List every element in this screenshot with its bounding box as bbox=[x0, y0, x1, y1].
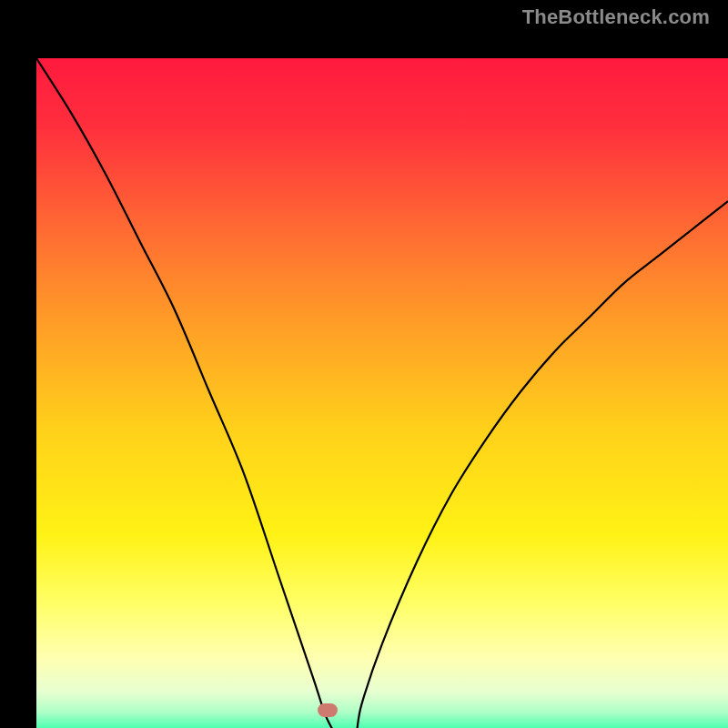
plot-svg bbox=[36, 58, 728, 728]
gradient-rect bbox=[36, 58, 728, 728]
chart-container: TheBottleneck.com bbox=[0, 0, 728, 728]
watermark-text: TheBottleneck.com bbox=[522, 5, 710, 29]
gradient-background bbox=[18, 29, 710, 710]
optimal-marker bbox=[318, 703, 338, 717]
